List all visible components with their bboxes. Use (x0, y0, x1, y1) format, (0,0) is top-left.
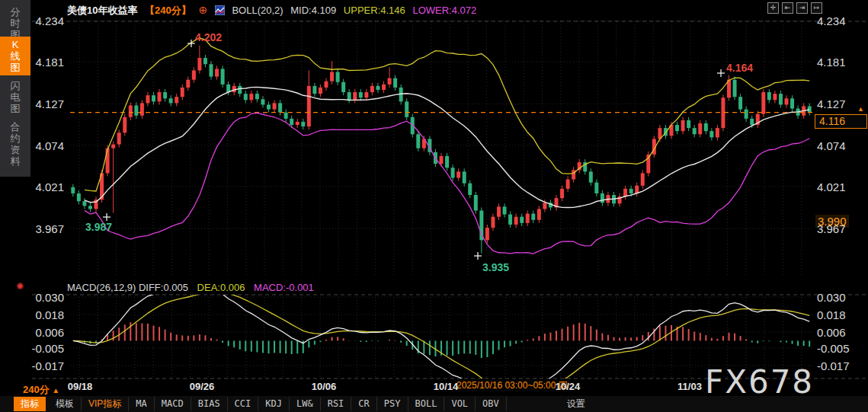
toolbar-item-KDJ[interactable]: KDJ (258, 397, 290, 411)
boll-lower-value: LOWER:4.072 (412, 5, 476, 16)
time-tick: 11/03 (677, 381, 702, 392)
price-annotation: 4.202 (195, 31, 222, 43)
toolbar-item-BIAS[interactable]: BIAS (191, 397, 228, 411)
toolbar-item-PSY[interactable]: PSY (377, 397, 408, 411)
price-tick-left: 4.074 (0, 139, 64, 152)
price-tick-right: 4.234 (817, 14, 846, 27)
macd-tick-left: 0.030 (0, 291, 64, 304)
time-tick: 10/14 (434, 381, 459, 392)
macd-tick-left: -0.005 (0, 342, 64, 355)
toolbar-item-设置[interactable]: 设置 (560, 397, 592, 411)
toolbar-item-LW&[interactable]: LW& (290, 397, 321, 411)
macd-tick-left: 0.006 (0, 326, 64, 339)
macd-header: MACD(26,12,9) DIFF:0.005 DEA:0.006 MACD:… (67, 282, 320, 293)
price-annotation: 3.987 (85, 221, 112, 233)
price-tick-left: 3.967 (0, 222, 64, 235)
period-selector-label: 240分 (23, 384, 50, 395)
chart-header: 美债10年收益率 【240分】 ⊕ BOLL(20,2) MID:4.109 U… (67, 4, 481, 18)
period-label[interactable]: 【240分】 (145, 5, 191, 16)
toolbar-item-RSI[interactable]: RSI (321, 397, 352, 411)
toolbar-item-VOL[interactable]: VOL (444, 397, 476, 411)
zoom-x-in-icon[interactable]: ⇤ (782, 2, 793, 14)
watermark: FX678 (705, 363, 814, 401)
zoom-x-out-icon[interactable]: ⇥ (796, 2, 808, 14)
price-tick-right: 3.967 (817, 222, 846, 235)
price-annotation: 4.164 (726, 62, 753, 74)
toolbar-item-指标[interactable]: 指标 (14, 397, 46, 411)
macd-tick-right: 0.030 (817, 291, 846, 304)
time-tick: 09/26 (190, 381, 215, 392)
toolbar-item-VIP指标[interactable]: VIP指标 (82, 397, 129, 411)
toolbar-item-模板[interactable]: 模板 (49, 397, 82, 411)
price-tick-left: 4.181 (0, 56, 64, 69)
time-tick: 09/18 (68, 381, 93, 392)
period-selector[interactable]: 240分 ▲ (23, 383, 59, 397)
toolbar-item-CR[interactable]: CR (351, 397, 376, 411)
current-price-badge: 4.116 (815, 114, 867, 129)
boll-upper-value: UPPER:4.146 (344, 5, 405, 16)
chart-type-icon[interactable] (215, 5, 225, 15)
period-selector-arrow-icon: ▲ (52, 386, 59, 394)
boll-label[interactable]: BOLL(20,2) (232, 5, 283, 16)
toolbar-item-CCI[interactable]: CCI (228, 397, 259, 411)
price-tick-right: 4.021 (817, 180, 846, 193)
time-tick: 10/24 (556, 381, 581, 392)
trading-app: { "header": { "title": "美债10年收益率", "peri… (0, 0, 868, 412)
macd-dea-value: DEA:0.006 (197, 282, 245, 293)
toolbar-item-OBV[interactable]: OBV (476, 397, 507, 411)
macd-value: MACD:-0.001 (254, 282, 314, 293)
macd-diff-value[interactable]: MACD(26,12,9) DIFF:0.005 (67, 282, 188, 293)
macd-tick-right: -0.005 (817, 342, 850, 355)
toolbar-item-MACD[interactable]: MACD (155, 397, 191, 411)
instrument-title: 美债10年收益率 (67, 5, 137, 16)
bottom-toolbar: 指标模板VIP指标MAMACDBIASCCIKDJLW&RSICRPSYBOLL… (0, 396, 868, 412)
macd-tick-left: -0.017 (0, 359, 64, 372)
price-up-arrow-icon: ▲ (857, 105, 864, 113)
price-tick-left: 4.021 (0, 180, 64, 193)
crosshair-date-tooltip: 2025/10/16 03:00~05:00 四 (455, 380, 569, 391)
toolbar-item-BOLL[interactable]: BOLL (408, 397, 445, 411)
price-annotation: 3.935 (482, 261, 509, 273)
boll-mid-value: MID:4.109 (290, 5, 336, 16)
add-indicator-icon[interactable]: ⊕ (198, 4, 207, 16)
macd-settings-icon[interactable]: ✺ (16, 281, 24, 292)
pan-crosshair-icon[interactable]: ✛ (767, 2, 779, 14)
reset-view-icon[interactable]: ↦ (811, 2, 822, 14)
price-tick-left: 4.234 (0, 14, 64, 27)
price-tick-right: 4.127 (817, 97, 846, 110)
macd-tick-left: 0.018 (0, 308, 64, 321)
macd-tick-right: -0.017 (817, 359, 850, 372)
chart-controls: ✛⇤⇥↦ (767, 2, 822, 14)
toolbar-item-MA[interactable]: MA (129, 397, 154, 411)
price-tick-left: 4.127 (0, 97, 64, 110)
time-tick: 10/06 (312, 381, 337, 392)
macd-tick-right: 0.006 (817, 326, 846, 339)
macd-tick-right: 0.018 (817, 308, 846, 321)
price-tick-right: 4.074 (817, 139, 846, 152)
price-tick-right: 4.181 (817, 56, 846, 69)
